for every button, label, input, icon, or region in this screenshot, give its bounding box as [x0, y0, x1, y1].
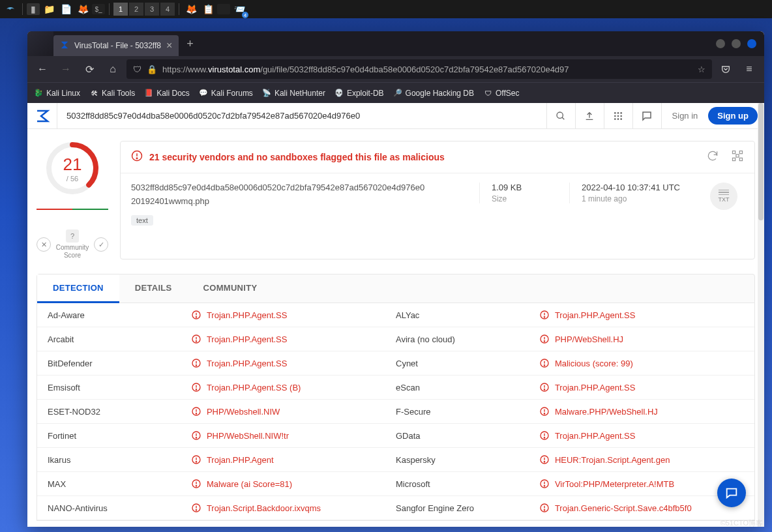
svg-point-35	[196, 365, 196, 366]
malicious-icon	[191, 406, 201, 417]
bookmark-star-icon[interactable]: ☆	[698, 65, 705, 74]
malicious-icon	[539, 382, 550, 392]
minimize-button[interactable]	[716, 39, 725, 48]
bookmark-item[interactable]: 💬Kali Forums	[199, 89, 253, 98]
vt-header: 5032ff8dd85c97e0d4dba58e0006d0520c7d2bfa…	[27, 103, 764, 129]
malicious-icon	[539, 358, 550, 368]
workspace-3[interactable]: 3	[145, 3, 159, 16]
community-score: ✕ ? Community Score ✓	[37, 229, 108, 259]
detail-tabs: DETECTIONDETAILSCOMMUNITY	[37, 274, 755, 303]
browser-tab[interactable]: VirusTotal - File - 5032ff8 ×	[53, 35, 179, 56]
bookmark-item[interactable]: 🐉Kali Linux	[34, 89, 80, 98]
kali-menu-icon[interactable]	[3, 1, 18, 17]
chat-fab[interactable]	[717, 479, 746, 507]
tab-title: VirusTotal - File - 5032ff8	[74, 41, 161, 50]
workspace-1[interactable]: 1	[113, 3, 128, 16]
reload-button[interactable]: ⟳	[80, 59, 99, 79]
malicious-icon	[191, 454, 201, 465]
forward-button[interactable]: →	[56, 59, 76, 79]
new-tab-button[interactable]: +	[179, 37, 201, 51]
vendor-name: ESET-NOD32	[48, 406, 191, 417]
malicious-icon	[191, 358, 201, 368]
tray-notification-icon[interactable]: 📨4	[231, 1, 247, 17]
maximize-button[interactable]	[732, 39, 741, 48]
bookmark-icon: 🐉	[34, 89, 43, 98]
svg-point-7	[620, 115, 622, 117]
detection-result: Trojan.Script.Backdoor.ixvqms	[191, 503, 396, 513]
file-name: 20192401wwmq.php	[131, 196, 461, 206]
firefox-icon[interactable]: 🦊	[75, 1, 91, 17]
detection-result: Trojan.PHP.Agent.SS	[539, 430, 744, 441]
tab-detection[interactable]: DETECTION	[37, 274, 119, 303]
app-icon-2[interactable]: 📋	[200, 1, 216, 17]
detection-result: Malware.PHP/WebShell.HJ	[539, 406, 744, 417]
tab-close-icon[interactable]: ×	[166, 40, 172, 52]
detection-result: HEUR:Trojan.Script.Agent.gen	[539, 454, 744, 465]
malicious-icon	[539, 310, 550, 320]
tab-community[interactable]: COMMUNITY	[188, 274, 273, 303]
firefox-running-icon[interactable]: 🦊	[183, 1, 199, 17]
community-help-icon[interactable]: ?	[66, 229, 79, 243]
app-icon-3[interactable]	[217, 4, 230, 14]
malicious-icon	[191, 310, 201, 320]
window-controls	[708, 39, 764, 48]
browser-toolbar: ← → ⟳ ⌂ 🛡 🔒 https://www.virustotal.com/g…	[27, 56, 764, 82]
vote-up-button[interactable]: ✓	[94, 237, 108, 252]
svg-point-26	[544, 317, 544, 318]
detection-row: NANO-Antivirus Trojan.Script.Backdoor.ix…	[37, 496, 754, 520]
bookmark-item[interactable]: 💀Exploit-DB	[334, 89, 384, 98]
reanalyze-icon[interactable]	[706, 149, 719, 165]
workspace-4[interactable]: 4	[160, 3, 175, 16]
svg-point-68	[544, 486, 544, 486]
vt-search-field[interactable]: 5032ff8dd85c97e0d4dba58e0006d0520c7d2bfa…	[57, 103, 547, 128]
bookmark-item[interactable]: 🔎Google Hacking DB	[393, 89, 474, 98]
apps-icon[interactable]	[604, 103, 633, 128]
tab-details[interactable]: DETAILS	[119, 274, 188, 303]
menu-icon[interactable]: ≡	[739, 59, 759, 79]
detection-result: Trojan.Generic-Script.Save.c4bfb5f0	[539, 503, 744, 513]
url-text: https://www.virustotal.com/gui/file/5032…	[162, 65, 692, 74]
search-icon[interactable]	[547, 103, 576, 128]
comment-icon[interactable]	[633, 103, 662, 128]
home-button[interactable]: ⌂	[103, 59, 123, 79]
vt-logo[interactable]	[27, 103, 57, 128]
malicious-icon	[191, 382, 201, 392]
signin-link[interactable]: Sign in	[662, 103, 709, 128]
vendor-name: GData	[396, 430, 539, 441]
malicious-icon	[539, 454, 550, 465]
back-button[interactable]: ←	[33, 59, 52, 79]
detection-total: / 56	[67, 175, 78, 183]
svg-rect-20	[736, 155, 739, 157]
vote-down-button[interactable]: ✕	[37, 237, 51, 252]
scrollbar[interactable]	[758, 103, 764, 527]
graph-icon[interactable]	[731, 149, 744, 165]
svg-point-3	[617, 112, 619, 114]
editor-icon[interactable]: 📄	[58, 1, 74, 17]
close-button[interactable]	[747, 39, 756, 48]
bookmark-item[interactable]: 📡Kali NetHunter	[262, 89, 325, 98]
detection-row: Ad-Aware Trojan.PHP.Agent.SS ALYac Troja…	[37, 303, 754, 327]
detection-result: Trojan.PHP.Agent.SS	[191, 310, 396, 320]
detection-result: Trojan.PHP.Agent	[191, 454, 396, 465]
vendor-name: F-Secure	[396, 406, 539, 417]
alert-icon	[131, 150, 143, 164]
bookmark-item[interactable]: 🛡OffSec	[483, 89, 519, 98]
bookmark-item[interactable]: 📕Kali Docs	[144, 89, 190, 98]
svg-point-32	[544, 341, 544, 342]
pocket-icon[interactable]	[716, 59, 735, 79]
detection-result: PHP/WebShell.HJ	[539, 334, 744, 344]
terminal-icon[interactable]: ▮	[27, 3, 40, 15]
svg-point-5	[614, 115, 616, 117]
files-icon[interactable]: 📁	[41, 1, 57, 17]
shell-icon[interactable]: $_	[92, 4, 105, 14]
vendor-name: Emsisoft	[48, 382, 191, 392]
file-size: 1.09 KB	[492, 183, 539, 192]
url-bar[interactable]: 🛡 🔒 https://www.virustotal.com/gui/file/…	[126, 59, 712, 79]
upload-icon[interactable]	[576, 103, 604, 128]
bookmark-item[interactable]: 🛠Kali Tools	[89, 89, 135, 98]
workspace-2[interactable]: 2	[129, 3, 143, 16]
svg-rect-16	[733, 151, 735, 154]
signup-button[interactable]: Sign up	[708, 107, 758, 125]
vendor-name: Microsoft	[396, 479, 539, 489]
bookmark-icon: 📡	[262, 89, 271, 98]
